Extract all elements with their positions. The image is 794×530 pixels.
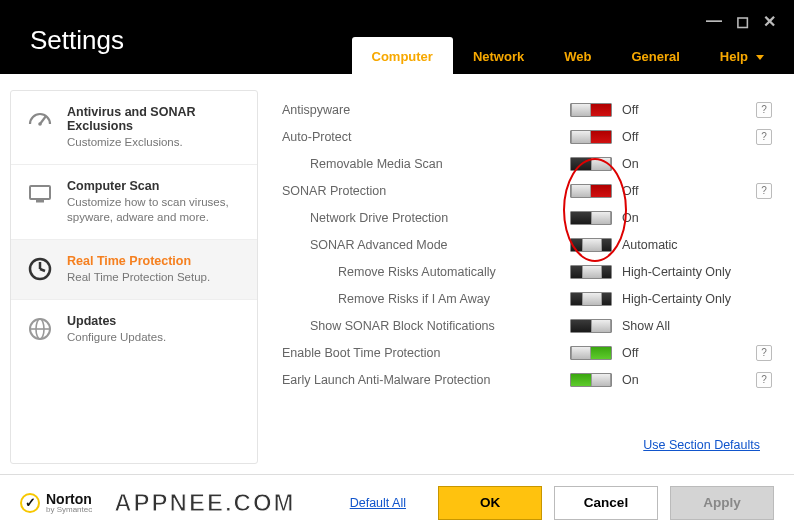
sidebar-item-realtime[interactable]: Real Time Protection Real Time Protectio… [11, 240, 257, 300]
sidebar: Antivirus and SONAR Exclusions Customize… [10, 90, 258, 464]
toggle-switch[interactable] [570, 130, 612, 144]
toggle-switch[interactable] [570, 211, 612, 225]
setting-row: Remove Risks if I Am AwayHigh-Certainty … [282, 285, 772, 312]
setting-control: Show All [570, 319, 772, 333]
sidebar-item-updates[interactable]: Updates Configure Updates. [11, 300, 257, 359]
toggle-switch[interactable] [570, 292, 612, 306]
tab-general[interactable]: General [611, 37, 699, 74]
globe-icon [25, 314, 55, 344]
setting-row: Early Launch Anti-Malware ProtectionOn? [282, 366, 772, 393]
sidebar-item-desc: Real Time Protection Setup. [67, 270, 210, 285]
toggle-switch[interactable] [570, 319, 612, 333]
setting-label: Auto-Protect [282, 130, 351, 144]
toggle-switch[interactable] [570, 238, 612, 252]
help-icon[interactable]: ? [756, 129, 772, 145]
toggle-value-label: On [622, 157, 742, 171]
sidebar-item-computer-scan[interactable]: Computer Scan Customize how to scan viru… [11, 165, 257, 240]
toggle-switch[interactable] [570, 265, 612, 279]
content-area: Antivirus and SONAR Exclusions Customize… [0, 74, 794, 474]
setting-label: Early Launch Anti-Malware Protection [282, 373, 490, 387]
help-icon[interactable]: ? [756, 102, 772, 118]
tab-computer[interactable]: Computer [352, 37, 453, 74]
toggle-switch[interactable] [570, 103, 612, 117]
svg-rect-3 [36, 200, 44, 203]
settings-window: Settings — ◻ ✕ Computer Network Web Gene… [0, 0, 794, 530]
setting-control: On [570, 157, 772, 171]
setting-control: Off? [570, 183, 772, 199]
toggle-value-label: High-Certainty Only [622, 265, 742, 279]
toggle-value-label: Off [622, 130, 742, 144]
titlebar: Settings — ◻ ✕ Computer Network Web Gene… [0, 0, 794, 74]
footer: ✓ Norton by Symantec APPNEE.COM Default … [0, 474, 794, 530]
sidebar-item-exclusions[interactable]: Antivirus and SONAR Exclusions Customize… [11, 91, 257, 165]
norton-logo: ✓ Norton by Symantec [20, 492, 92, 514]
check-icon: ✓ [20, 493, 40, 513]
setting-label: Antispyware [282, 103, 350, 117]
setting-row: Network Drive ProtectionOn [282, 204, 772, 231]
help-icon[interactable]: ? [756, 372, 772, 388]
use-section-defaults-link[interactable]: Use Section Defaults [643, 438, 760, 452]
setting-control: Automatic [570, 238, 772, 252]
maximize-button[interactable]: ◻ [736, 12, 749, 31]
sidebar-item-label: Antivirus and SONAR Exclusions [67, 105, 243, 133]
setting-row: Auto-ProtectOff? [282, 123, 772, 150]
sidebar-item-desc: Customize Exclusions. [67, 135, 243, 150]
setting-control: High-Certainty Only [570, 292, 772, 306]
gauge-icon [25, 105, 55, 135]
setting-label: SONAR Advanced Mode [282, 238, 448, 252]
toggle-value-label: Show All [622, 319, 742, 333]
sidebar-item-label: Computer Scan [67, 179, 243, 193]
toggle-value-label: Off [622, 184, 742, 198]
tab-bar: Computer Network Web General Help [352, 37, 775, 74]
setting-label: Remove Risks Automatically [282, 265, 496, 279]
default-all-link[interactable]: Default All [350, 496, 406, 510]
ok-button[interactable]: OK [438, 486, 542, 520]
toggle-switch[interactable] [570, 373, 612, 387]
help-icon[interactable]: ? [756, 183, 772, 199]
setting-control: On [570, 211, 772, 225]
setting-row: SONAR Advanced ModeAutomatic [282, 231, 772, 258]
toggle-value-label: High-Certainty Only [622, 292, 742, 306]
setting-control: Off? [570, 129, 772, 145]
brand-subtitle: by Symantec [46, 506, 92, 514]
minimize-button[interactable]: — [706, 12, 722, 31]
tab-help[interactable]: Help [700, 37, 774, 74]
toggle-switch[interactable] [570, 346, 612, 360]
settings-panel: AntispywareOff?Auto-ProtectOff?Removable… [258, 90, 784, 464]
setting-control: Off? [570, 102, 772, 118]
page-title: Settings [0, 25, 124, 74]
sidebar-item-desc: Configure Updates. [67, 330, 166, 345]
setting-row: SONAR ProtectionOff? [282, 177, 772, 204]
tab-web[interactable]: Web [544, 37, 611, 74]
tab-network[interactable]: Network [453, 37, 544, 74]
close-button[interactable]: ✕ [763, 12, 776, 31]
setting-row: Enable Boot Time ProtectionOff? [282, 339, 772, 366]
clock-icon [25, 254, 55, 284]
setting-label: Remove Risks if I Am Away [282, 292, 490, 306]
setting-row: Removable Media ScanOn [282, 150, 772, 177]
toggle-value-label: On [622, 211, 742, 225]
setting-label: Network Drive Protection [282, 211, 448, 225]
sidebar-item-desc: Customize how to scan viruses, spyware, … [67, 195, 243, 225]
brand-name: Norton [46, 492, 92, 506]
setting-row: AntispywareOff? [282, 96, 772, 123]
setting-control: High-Certainty Only [570, 265, 772, 279]
toggle-value-label: On [622, 373, 742, 387]
setting-label: SONAR Protection [282, 184, 386, 198]
toggle-value-label: Off [622, 103, 742, 117]
setting-control: Off? [570, 345, 772, 361]
watermark-text: APPNEE.COM [114, 489, 295, 517]
svg-point-1 [38, 122, 42, 126]
apply-button: Apply [670, 486, 774, 520]
help-icon[interactable]: ? [756, 345, 772, 361]
toggle-switch[interactable] [570, 184, 612, 198]
setting-label: Enable Boot Time Protection [282, 346, 440, 360]
toggle-value-label: Automatic [622, 238, 742, 252]
toggle-switch[interactable] [570, 157, 612, 171]
sidebar-item-label: Updates [67, 314, 166, 328]
window-controls: — ◻ ✕ [706, 12, 776, 31]
cancel-button[interactable]: Cancel [554, 486, 658, 520]
toggle-value-label: Off [622, 346, 742, 360]
setting-label: Show SONAR Block Notifications [282, 319, 495, 333]
setting-row: Remove Risks AutomaticallyHigh-Certainty… [282, 258, 772, 285]
